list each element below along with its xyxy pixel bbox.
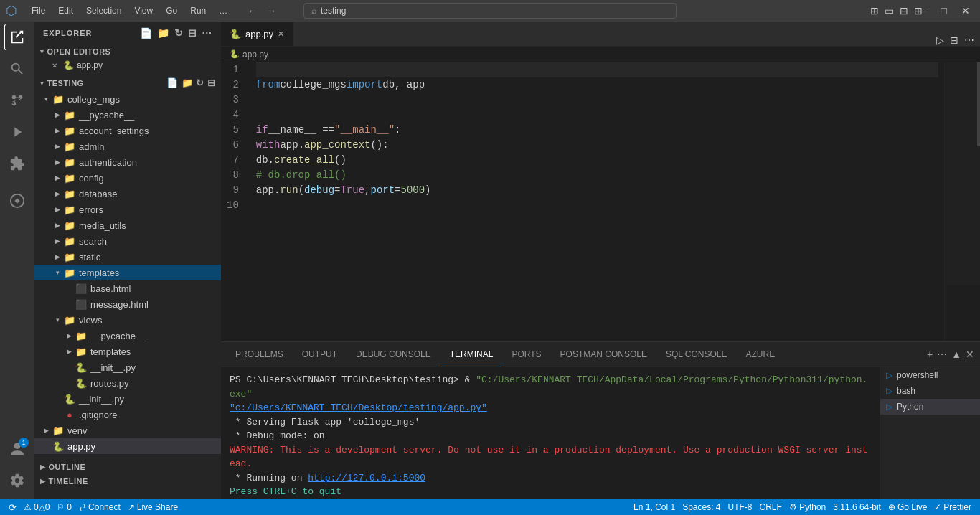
new-file-icon[interactable]: 📄 — [140, 27, 153, 39]
more-editor-actions-icon[interactable]: ⋯ — [964, 34, 974, 46]
tree-item-search[interactable]: ▶ 📁 search — [34, 233, 221, 249]
activity-source-control[interactable] — [4, 88, 30, 113]
tree-item-gitignore[interactable]: ▶ ● .gitignore — [34, 407, 221, 422]
menu-more[interactable]: … — [213, 4, 233, 17]
terminal-content[interactable]: PS C:\Users\KENNART TECH\Desktop\testing… — [221, 367, 880, 499]
status-live-share[interactable]: ↗ Live Share — [125, 499, 181, 515]
panel-tab-problems[interactable]: PROBLEMS — [227, 342, 292, 367]
panel-tab-debug-console[interactable]: DEBUG CONSOLE — [347, 342, 440, 367]
status-encoding[interactable]: UTF-8 — [725, 499, 755, 515]
status-language[interactable]: ⚙ Python — [786, 499, 829, 515]
tree-item-college-mgs[interactable]: ▾ 📁 college_mgs — [34, 91, 221, 107]
status-go-live[interactable]: ⊕ Go Live — [885, 499, 930, 515]
menu-selection[interactable]: Selection — [80, 4, 127, 17]
tree-item-venv[interactable]: ▶ 📁 venv — [34, 422, 221, 438]
activity-settings[interactable] — [4, 468, 30, 493]
editor-file-icon: 🐍 — [63, 60, 74, 70]
split-terminal-icon[interactable]: ⋯ — [937, 349, 947, 360]
status-prettier[interactable]: ✓ Prettier — [931, 499, 974, 515]
status-line-endings[interactable]: CRLF — [757, 499, 785, 515]
tree-item-views-templates[interactable]: ▶ 📁 templates — [34, 344, 221, 359]
split-editor-icon[interactable]: ⊟ — [950, 34, 958, 46]
more-actions-icon[interactable]: ⋯ — [202, 27, 212, 39]
tree-item-admin[interactable]: ▶ 📁 admin — [34, 138, 221, 154]
tree-item-views-init[interactable]: ▶ 🐍 __init__.py — [34, 359, 221, 375]
menu-run[interactable]: Run — [184, 4, 212, 17]
terminal-session-powershell[interactable]: ▷ powershell — [880, 367, 980, 383]
nav-back[interactable]: ← — [245, 4, 260, 18]
add-terminal-icon[interactable]: + — [927, 349, 933, 360]
tree-item-app-py[interactable]: ▶ 🐍 app.py — [34, 438, 221, 454]
tree-item-account-settings[interactable]: ▶ 📁 account_settings — [34, 123, 221, 138]
terminal-session-bash[interactable]: ▷ bash — [880, 383, 980, 399]
tree-item-authentication[interactable]: ▶ 📁 authentication — [34, 154, 221, 170]
tab-app-py[interactable]: 🐍 app.py ✕ — [221, 22, 293, 46]
tree-item-errors[interactable]: ▶ 📁 errors — [34, 202, 221, 217]
close-panel-icon[interactable]: ✕ — [966, 349, 974, 360]
breadcrumb-file[interactable]: 🐍 app.py — [230, 49, 268, 60]
status-warnings[interactable]: ⚐ 0 — [54, 499, 75, 515]
testing-collapse-icon[interactable]: ⊟ — [207, 77, 216, 88]
status-remote[interactable]: ⟳ — [6, 499, 19, 515]
activity-accounts[interactable] — [4, 436, 30, 462]
tree-item-pycache[interactable]: ▶ 📁 __pycache__ — [34, 107, 221, 123]
maximize-button[interactable]: □ — [937, 4, 951, 18]
nav-forward[interactable]: → — [263, 4, 279, 18]
tree-item-root-init[interactable]: ▶ 🐍 __init__.py — [34, 391, 221, 407]
testing-new-file-icon[interactable]: 📄 — [166, 77, 179, 88]
status-python-version[interactable]: 3.11.6 64-bit — [830, 499, 884, 515]
tree-item-routes[interactable]: ▶ 🐍 routes.py — [34, 375, 221, 391]
panel-tab-postman-console[interactable]: POSTMAN CONSOLE — [552, 342, 656, 367]
tree-item-config[interactable]: ▶ 📁 config — [34, 170, 221, 186]
tree-item-templates[interactable]: ▾ 📁 templates — [34, 265, 221, 280]
tree-item-views-pycache[interactable]: ▶ 📁 __pycache__ — [34, 328, 221, 344]
open-editor-item[interactable]: ✕ 🐍 app.py — [34, 59, 221, 72]
collapse-all-icon[interactable]: ⊟ — [188, 27, 197, 39]
status-spaces[interactable]: Spaces: 4 — [679, 499, 723, 515]
tree-item-views[interactable]: ▾ 📁 views — [34, 312, 221, 328]
minimize-button[interactable]: ─ — [915, 4, 931, 18]
status-connect[interactable]: ⇄ Connect — [76, 499, 123, 515]
testing-new-folder-icon[interactable]: 📁 — [182, 77, 194, 88]
panel-tab-azure[interactable]: AZURE — [738, 342, 784, 367]
menu-edit[interactable]: Edit — [52, 4, 79, 17]
refresh-icon[interactable]: ↻ — [174, 27, 184, 39]
editor-close-icon[interactable]: ✕ — [52, 62, 57, 70]
menu-file[interactable]: File — [26, 4, 51, 17]
close-button[interactable]: ✕ — [957, 4, 974, 18]
testing-refresh-icon[interactable]: ↻ — [196, 77, 204, 88]
panel-tab-output[interactable]: OUTPUT — [293, 342, 346, 367]
activity-search[interactable] — [4, 56, 30, 82]
tab-close-icon[interactable]: ✕ — [278, 29, 284, 39]
layout-icon[interactable]: ⊟ — [900, 5, 908, 16]
activity-run-debug[interactable] — [4, 119, 30, 145]
maximize-panel-icon[interactable]: ▲ — [951, 349, 961, 360]
code-content[interactable]: from college_mgs import db, app if — [250, 62, 944, 341]
tree-item-base-html[interactable]: ▶ ⬛ base.html — [34, 280, 221, 296]
tree-item-database[interactable]: ▶ 📁 database — [34, 186, 221, 202]
status-errors[interactable]: ⚠ 0△0 — [21, 499, 52, 515]
outline-section[interactable]: ▶ OUTLINE — [34, 460, 221, 474]
terminal-session-python[interactable]: ▷ Python — [880, 399, 980, 415]
menu-go[interactable]: Go — [160, 4, 183, 17]
code-editor[interactable]: 1 2 3 4 5 6 7 8 9 10 — [221, 62, 944, 341]
panel-tab-sql-console[interactable]: SQL CONSOLE — [657, 342, 736, 367]
panel-tab-ports[interactable]: PORTS — [503, 342, 550, 367]
panel-icon[interactable]: ▭ — [885, 5, 894, 16]
tree-item-static[interactable]: ▶ 📁 static — [34, 249, 221, 265]
tree-item-message-html[interactable]: ▶ ⬛ message.html — [34, 296, 221, 312]
activity-remote[interactable] — [4, 188, 30, 214]
new-folder-icon[interactable]: 📁 — [157, 27, 170, 39]
activity-extensions[interactable] — [4, 151, 30, 176]
activity-explorer[interactable] — [4, 24, 29, 50]
open-editors-section[interactable]: ▾ OPEN EDITORS — [34, 44, 221, 59]
menu-view[interactable]: View — [128, 4, 159, 17]
split-editor-icon[interactable]: ⊞ — [870, 5, 879, 16]
tree-item-media-utils[interactable]: ▶ 📁 media_utils — [34, 217, 221, 233]
testing-section[interactable]: ▾ TESTING 📄 📁 ↻ ⊟ — [34, 75, 221, 91]
timeline-section[interactable]: ▶ TIMELINE — [34, 474, 221, 488]
command-palette[interactable]: ⌕ testing — [303, 3, 677, 19]
run-icon[interactable]: ▷ — [936, 34, 944, 46]
panel-tab-terminal[interactable]: TERMINAL — [441, 342, 502, 367]
status-cursor-pos[interactable]: Ln 1, Col 1 — [631, 499, 678, 515]
